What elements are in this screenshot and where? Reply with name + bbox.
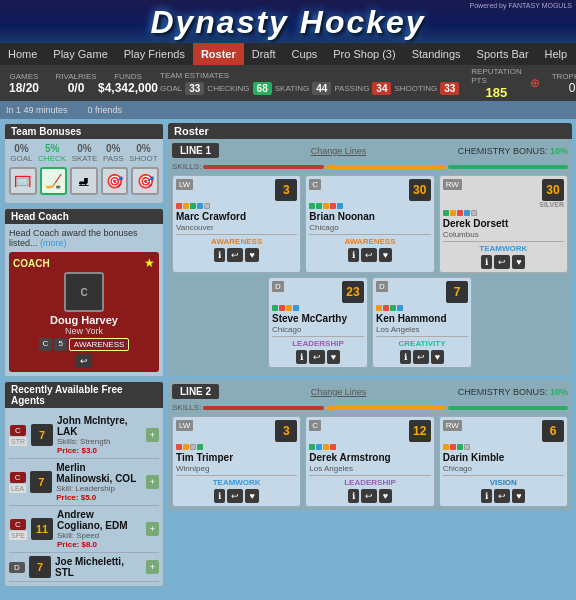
dot xyxy=(272,305,278,311)
agent0-badges: C STR xyxy=(9,425,27,446)
coach-card: COACH ★ C Doug Harvey New York C 5 AWARE… xyxy=(9,252,159,372)
dot xyxy=(464,444,470,450)
dot xyxy=(316,444,322,450)
nav-home[interactable]: Home xyxy=(0,43,45,65)
nav-help[interactable]: Help xyxy=(537,43,576,65)
player-card-c2: C 12 Derek Armstrong Los Angeles LEADERS… xyxy=(305,416,434,507)
c2-swap-button[interactable]: ↩ xyxy=(361,489,377,503)
d2-heart-button[interactable]: ♥ xyxy=(431,350,444,364)
list-item: C LEA 7 Merlin Malinowski, COL Skill: Le… xyxy=(9,459,159,506)
agent0-rating-badge: STR xyxy=(9,437,27,446)
c2-actions: ℹ ↩ ♥ xyxy=(309,489,430,503)
powered-by: Powered by FANTASY MOGULS xyxy=(470,2,572,9)
lw2-actions: ℹ ↩ ♥ xyxy=(176,489,297,503)
agent2-skill: Skill: Speed xyxy=(57,531,142,540)
d2-swap-button[interactable]: ↩ xyxy=(413,350,429,364)
bonus-check: 5% CHECK xyxy=(38,143,66,163)
pass-label: PASSING xyxy=(334,84,369,93)
line1-chemistry: CHEMISTRY BONUS: 10% xyxy=(458,146,568,156)
c1-swap-button[interactable]: ↩ xyxy=(361,248,377,262)
nav-play-friends[interactable]: Play Friends xyxy=(116,43,193,65)
coach-more-link[interactable]: (more) xyxy=(40,238,67,248)
d1-rating: 23 xyxy=(342,281,364,303)
d2-actions: ℹ ↩ ♥ xyxy=(376,350,468,364)
rw2-name: Darin Kimble xyxy=(443,452,564,464)
player-card-d2: D 7 Ken Hammond Los Angeles CREATIVITY ℹ xyxy=(372,277,472,368)
coach-rating-c: C xyxy=(80,287,87,298)
lw1-skill: AWARENESS xyxy=(176,234,297,246)
c1-heart-button[interactable]: ♥ xyxy=(379,248,392,262)
lw2-dots xyxy=(176,444,297,450)
lw1-heart-button[interactable]: ♥ xyxy=(245,248,258,262)
bonus-goal-pct: 0% xyxy=(14,143,28,154)
nav-sports-bar[interactable]: Sports Bar xyxy=(469,43,537,65)
d1-heart-button[interactable]: ♥ xyxy=(327,350,340,364)
dot xyxy=(197,203,203,209)
app-title: Dynasty Hockey xyxy=(0,4,576,41)
rep-value: 185 xyxy=(486,85,508,100)
bonus-skate-pct: 0% xyxy=(77,143,91,154)
dot xyxy=(204,203,210,209)
agent0-name: John McIntyre, LAK xyxy=(57,415,142,437)
nav-draft[interactable]: Draft xyxy=(244,43,284,65)
lw1-swap-button[interactable]: ↩ xyxy=(227,248,243,262)
coach-rating-badge-c: C xyxy=(39,338,53,351)
c1-dots xyxy=(309,203,430,209)
funds-value: $4,342,000 xyxy=(98,81,158,95)
agent1-add-button[interactable]: + xyxy=(146,475,159,489)
agent2-pos: C xyxy=(10,519,26,530)
rw1-dots xyxy=(443,210,564,216)
line2-change-lines[interactable]: Change Lines xyxy=(311,387,367,397)
nav-pro-shop[interactable]: Pro Shop (3) xyxy=(325,43,403,65)
d2-info-button[interactable]: ℹ xyxy=(400,350,411,364)
head-coach-panel: Head Coach Head Coach award the bonuses … xyxy=(4,208,164,377)
agent2-add-button[interactable]: + xyxy=(146,522,159,536)
agent3-add-button[interactable]: + xyxy=(146,560,159,574)
rw2-info-button[interactable]: ℹ xyxy=(481,489,492,503)
nav-play-game[interactable]: Play Game xyxy=(45,43,115,65)
list-item: D 7 Joe Micheletti, STL + xyxy=(9,553,159,582)
agent0-add-button[interactable]: + xyxy=(146,428,159,442)
d1-info-button[interactable]: ℹ xyxy=(296,350,307,364)
rw2-city: Chicago xyxy=(443,464,564,473)
dot xyxy=(323,444,329,450)
d2-skill: CREATIVITY xyxy=(376,336,468,348)
coach-action-button[interactable]: ↩ xyxy=(76,354,92,368)
d1-header: D 23 xyxy=(272,281,364,303)
d1-city: Chicago xyxy=(272,325,364,334)
c1-info-button[interactable]: ℹ xyxy=(348,248,359,262)
rw1-swap-button[interactable]: ↩ xyxy=(494,255,510,269)
bonus-icon-skate: ⛸ xyxy=(70,167,98,195)
coach-description: Head Coach award the bonuses listed... (… xyxy=(9,228,159,248)
bonus-icon-pass: 🎯 xyxy=(101,167,129,195)
d1-swap-button[interactable]: ↩ xyxy=(309,350,325,364)
c1-name: Brian Noonan xyxy=(309,211,430,223)
coach-rating-display: C xyxy=(64,272,104,312)
dot xyxy=(457,444,463,450)
dot xyxy=(183,444,189,450)
line2-skills: SKILLS: xyxy=(172,403,568,412)
lw2-info-button[interactable]: ℹ xyxy=(214,489,225,503)
nav-cups[interactable]: Cups xyxy=(284,43,326,65)
line1-change-lines[interactable]: Change Lines xyxy=(311,146,367,156)
rw1-info-button[interactable]: ℹ xyxy=(481,255,492,269)
rw1-heart-button[interactable]: ♥ xyxy=(512,255,525,269)
c2-info-button[interactable]: ℹ xyxy=(348,489,359,503)
team-bonuses-title: Team Bonuses xyxy=(5,124,163,139)
free-agents-panel: Recently Available Free Agents C STR 7 J… xyxy=(4,381,164,587)
nav-roster[interactable]: Roster xyxy=(193,43,244,65)
est-check: 68 xyxy=(253,82,272,95)
agent0-price: Price: $3.0 xyxy=(57,446,142,455)
rw2-swap-button[interactable]: ↩ xyxy=(494,489,510,503)
lw2-heart-button[interactable]: ♥ xyxy=(245,489,258,503)
d2-dots xyxy=(376,305,468,311)
nav-standings[interactable]: Standings xyxy=(404,43,469,65)
dot xyxy=(197,444,203,450)
roster-panel: Roster LINE 1 Change Lines CHEMISTRY BON… xyxy=(168,123,572,597)
lw2-swap-button[interactable]: ↩ xyxy=(227,489,243,503)
lw2-pos: LW xyxy=(176,420,193,431)
rw2-heart-button[interactable]: ♥ xyxy=(512,489,525,503)
rw1-header: RW 30 SILVER xyxy=(443,179,564,208)
c2-heart-button[interactable]: ♥ xyxy=(379,489,392,503)
lw1-info-button[interactable]: ℹ xyxy=(214,248,225,262)
